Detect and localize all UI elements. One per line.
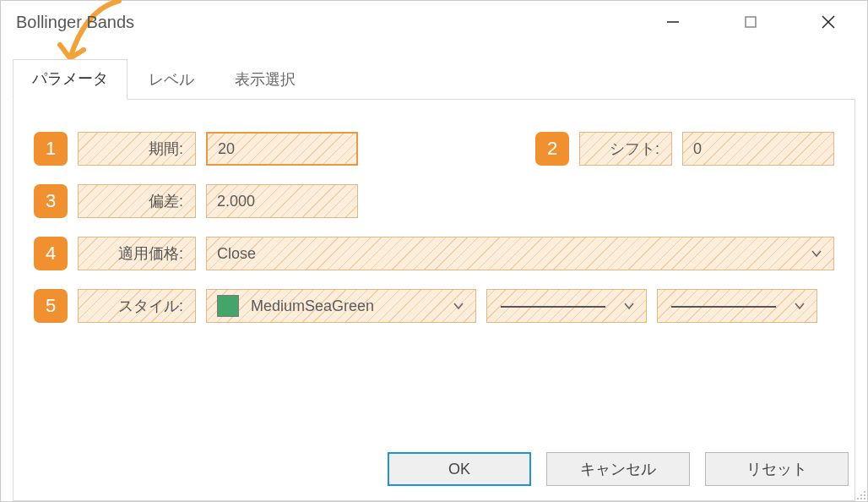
svg-point-5	[860, 494, 862, 496]
tab-parameters[interactable]: パラメータ	[13, 59, 127, 100]
tab-label: レベル	[149, 71, 194, 88]
svg-point-6	[864, 494, 865, 496]
close-button[interactable]	[789, 1, 867, 43]
window-title: Bollinger Bands	[16, 13, 134, 32]
tab-strip: パラメータ レベル 表示選択	[13, 58, 855, 100]
input-shift-value: 0	[693, 140, 702, 158]
chevron-down-icon	[622, 299, 636, 313]
tab-panel-parameters: 1 期間: 20 2 シフト: 0 3 偏差: 2.000	[13, 100, 855, 501]
dialog-buttons: OK キャンセル リセット	[388, 452, 849, 486]
tab-area: パラメータ レベル 表示選択 1 期間: 20 2 シフト: 0	[1, 43, 867, 501]
spacer	[368, 132, 525, 166]
badge-2: 2	[535, 132, 569, 166]
maximize-button[interactable]	[712, 1, 789, 43]
badge-3: 3	[34, 184, 68, 218]
close-icon	[821, 14, 836, 30]
line-style-sample	[501, 306, 605, 308]
svg-point-8	[860, 498, 862, 499]
cancel-button[interactable]: キャンセル	[546, 452, 690, 486]
line-width-sample	[671, 306, 776, 308]
badge-5: 5	[34, 289, 68, 323]
input-period-value: 20	[218, 140, 235, 158]
cancel-button-label: キャンセル	[580, 459, 656, 479]
svg-rect-1	[746, 17, 756, 27]
select-color-value: MediumSeaGreen	[251, 297, 374, 315]
svg-point-9	[864, 498, 865, 499]
minimize-button[interactable]	[634, 1, 712, 43]
ok-button-label: OK	[448, 461, 470, 478]
label-period: 期間:	[78, 132, 196, 166]
dialog-window: Bollinger Bands パラメータ レ	[0, 0, 868, 502]
tab-label: パラメータ	[32, 70, 108, 87]
select-color[interactable]: MediumSeaGreen	[206, 289, 476, 323]
select-apply-price-value: Close	[217, 245, 256, 263]
chevron-down-icon	[810, 247, 823, 260]
svg-point-4	[864, 491, 865, 493]
tab-label: 表示選択	[235, 71, 296, 88]
select-line-style[interactable]	[486, 289, 647, 323]
input-period[interactable]: 20	[206, 132, 358, 166]
chevron-down-icon	[452, 299, 465, 313]
row-style: 5 スタイル: MediumSeaGreen	[34, 289, 834, 323]
badge-1: 1	[34, 132, 68, 166]
svg-point-7	[857, 498, 859, 499]
titlebar: Bollinger Bands	[1, 1, 867, 43]
ok-button[interactable]: OK	[388, 452, 531, 486]
chevron-down-icon	[793, 299, 806, 313]
row-apply-price: 4 適用価格: Close	[34, 237, 834, 270]
input-deviation[interactable]: 2.000	[206, 184, 358, 218]
input-deviation-value: 2.000	[217, 193, 255, 210]
resize-grip[interactable]	[854, 488, 866, 500]
color-swatch	[217, 295, 239, 317]
row-deviation: 3 偏差: 2.000	[34, 184, 834, 218]
label-deviation: 偏差:	[78, 184, 196, 218]
select-apply-price[interactable]: Close	[206, 237, 834, 270]
label-shift: シフト:	[579, 132, 672, 166]
maximize-icon	[744, 15, 757, 29]
badge-4: 4	[34, 237, 68, 270]
reset-button[interactable]: リセット	[705, 452, 849, 486]
select-line-width[interactable]	[657, 289, 817, 323]
minimize-icon	[665, 14, 681, 30]
tab-levels[interactable]: レベル	[129, 60, 214, 100]
label-style: スタイル:	[78, 289, 196, 323]
row-period-shift: 1 期間: 20 2 シフト: 0	[34, 132, 834, 166]
tab-visualization[interactable]: 表示選択	[215, 60, 315, 100]
label-apply-price: 適用価格:	[78, 237, 196, 270]
input-shift[interactable]: 0	[682, 132, 834, 166]
reset-button-label: リセット	[746, 459, 807, 479]
window-controls	[634, 1, 867, 43]
